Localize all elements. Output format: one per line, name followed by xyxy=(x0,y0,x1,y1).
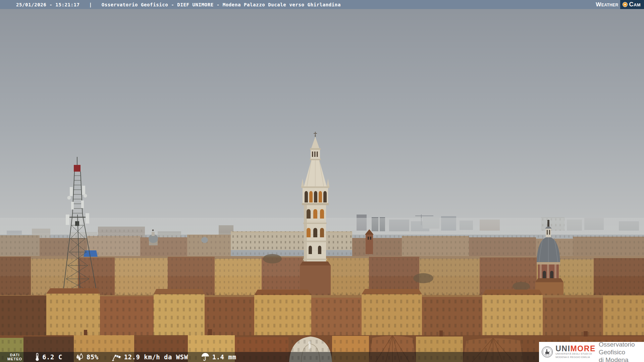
observatory-name-line2: di Modena xyxy=(599,356,644,362)
webcam-page: 25/01/2026 - 15:21:17 | Osservatorio Geo… xyxy=(0,0,644,362)
weathercam-cam-label: Cam xyxy=(629,1,641,8)
unimore-logo[interactable]: UNIMORE UNIVERSITÀ DEGLI STUDI DI MODENA… xyxy=(539,342,644,362)
wind-value: 12.9 km/h da WSW xyxy=(124,353,188,361)
unimore-brand: UNIMORE UNIVERSITÀ DEGLI STUDI DI MODENA… xyxy=(555,345,596,359)
header-bar: 25/01/2026 - 15:21:17 | Osservatorio Geo… xyxy=(0,0,644,9)
weathercam-logo[interactable]: Weather Cam xyxy=(596,0,644,9)
umbrella-icon xyxy=(201,353,210,361)
temperature-reading: 6.2 C xyxy=(35,353,62,361)
header-separator: | xyxy=(89,2,92,7)
thermometer-icon xyxy=(35,353,40,361)
wind-reading: 12.9 km/h da WSW xyxy=(111,353,188,361)
unimore-uni-text: UNI xyxy=(555,344,570,353)
small-dome-center xyxy=(201,237,208,243)
unimore-wordmark: UNIMORE xyxy=(555,345,596,352)
weathercam-cam-box: Cam xyxy=(620,0,644,9)
university-name-line2: MODENA E REGGIO EMILIA xyxy=(555,356,596,359)
precipitation-reading: 1.4 mm xyxy=(201,353,236,361)
humidity-icon xyxy=(75,353,84,361)
observatory-name: Osservatorio Geofisico di Modena xyxy=(599,341,644,362)
dati-line1: DATI xyxy=(10,353,20,357)
camera-lens-icon xyxy=(623,2,628,7)
humidity-value: 85% xyxy=(87,353,99,361)
page-title: Osservatorio Geofisico - DIEF UNIMORE - … xyxy=(102,2,341,7)
wind-icon xyxy=(111,353,121,361)
precipitation-value: 1.4 mm xyxy=(212,353,236,361)
temperature-value: 6.2 C xyxy=(42,353,62,361)
header-info: 25/01/2026 - 15:21:17 | Osservatorio Geo… xyxy=(0,2,341,7)
webcam-photo xyxy=(0,0,644,362)
dati-line2: METEO xyxy=(7,357,22,361)
unimore-seal-icon xyxy=(541,344,553,360)
city-row-c xyxy=(0,288,644,336)
observatory-name-line1: Osservatorio Geofisico xyxy=(599,341,644,356)
university-name-line1: UNIVERSITÀ DEGLI STUDI DI xyxy=(555,353,596,356)
dati-meteo-label: DATI METEO xyxy=(7,353,22,361)
humidity-reading: 85% xyxy=(75,353,99,361)
weathercam-weather-label: Weather xyxy=(596,1,618,8)
unimore-more-text: MORE xyxy=(571,344,596,353)
timestamp: 25/01/2026 - 15:21:17 xyxy=(16,2,80,7)
